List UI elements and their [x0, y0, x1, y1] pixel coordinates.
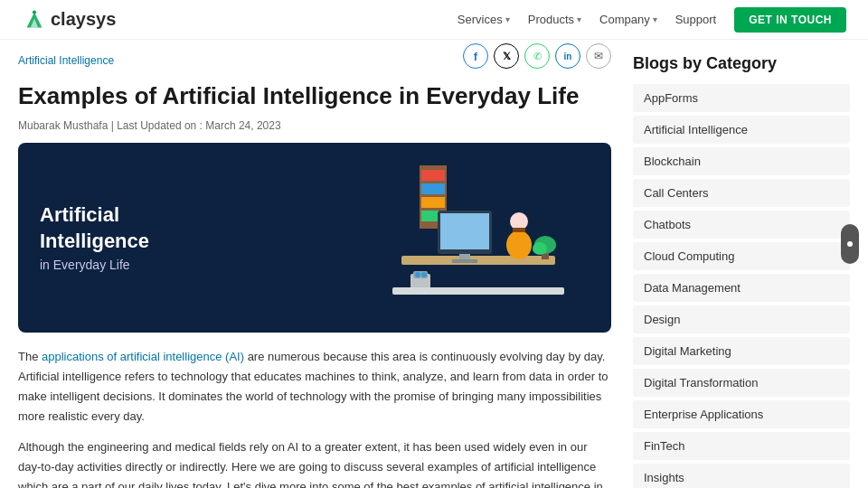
svg-point-22: [421, 272, 427, 277]
svg-rect-12: [452, 259, 477, 263]
category-item[interactable]: Insights: [633, 464, 850, 488]
hero-illustration: [336, 143, 611, 333]
category-item[interactable]: Enterprise Applications: [633, 400, 850, 428]
page-wrapper: Artificial Intelligence f 𝕏 ✆ in ✉ Examp…: [0, 40, 868, 488]
category-list: AppFormsArtificial IntelligenceBlockchai…: [633, 84, 850, 488]
hero-text: Artificial Intelligence in Everyday Life: [18, 184, 336, 290]
scroll-indicator[interactable]: [841, 224, 859, 264]
linkedin-share-button[interactable]: in: [555, 43, 580, 69]
chevron-down-icon: ▾: [505, 14, 510, 24]
get-in-touch-button[interactable]: GET IN TOUCH: [734, 7, 846, 33]
email-share-button[interactable]: ✉: [586, 43, 611, 69]
logo-icon: [22, 7, 47, 33]
chevron-down-icon: ▾: [577, 14, 581, 24]
category-item[interactable]: Data Management: [633, 274, 850, 302]
article-title: Examples of Artificial Intelligence in E…: [18, 81, 611, 112]
header: claysys Services ▾ Products ▾ Company ▾ …: [0, 0, 868, 40]
chevron-down-icon: ▾: [653, 14, 657, 24]
svg-point-18: [533, 242, 547, 255]
facebook-share-button[interactable]: f: [463, 43, 488, 69]
category-item[interactable]: Call Centers: [633, 179, 850, 207]
main-content: Artificial Intelligence f 𝕏 ✆ in ✉ Examp…: [18, 54, 611, 488]
category-item[interactable]: Chatbots: [633, 211, 850, 239]
sidebar: Blogs by Category AppFormsArtificial Int…: [633, 54, 850, 488]
logo-text: claysys: [51, 9, 116, 30]
svg-rect-10: [440, 213, 489, 249]
category-item[interactable]: Blockchain: [633, 147, 850, 175]
svg-rect-5: [421, 183, 445, 194]
logo[interactable]: claysys: [22, 7, 116, 33]
svg-rect-6: [421, 197, 445, 208]
svg-point-2: [33, 10, 36, 14]
category-item[interactable]: AppForms: [633, 84, 850, 112]
article-meta: Mubarak Musthafa | Last Updated on : Mar…: [18, 119, 611, 132]
desk-scene-svg: [365, 147, 582, 328]
svg-rect-23: [392, 287, 564, 295]
category-item[interactable]: Design: [633, 305, 850, 333]
svg-point-13: [506, 230, 532, 259]
nav-services[interactable]: Services ▾: [458, 13, 510, 26]
svg-rect-4: [421, 170, 445, 181]
sidebar-title: Blogs by Category: [633, 54, 850, 73]
twitter-share-button[interactable]: 𝕏: [494, 43, 519, 69]
hero-image: Artificial Intelligence in Everyday Life: [18, 143, 611, 333]
main-nav: Services ▾ Products ▾ Company ▾ Support …: [458, 7, 846, 33]
body-para-1: The applications of artificial intellige…: [18, 347, 611, 427]
nav-company[interactable]: Company ▾: [599, 13, 657, 26]
category-item[interactable]: Digital Transformation: [633, 369, 850, 397]
category-item[interactable]: FinTech: [633, 432, 850, 460]
category-item[interactable]: Artificial Intelligence: [633, 116, 850, 144]
nav-support[interactable]: Support: [675, 13, 717, 26]
category-item[interactable]: Digital Marketing: [633, 337, 850, 365]
nav-products[interactable]: Products ▾: [528, 13, 581, 26]
ai-link[interactable]: applications of artificial intelligence …: [42, 350, 244, 363]
body-para-2: Although the engineering and medical fie…: [18, 437, 611, 488]
svg-rect-15: [513, 228, 525, 232]
scroll-dot: [847, 241, 853, 247]
whatsapp-share-button[interactable]: ✆: [524, 43, 550, 69]
category-item[interactable]: Cloud Computing: [633, 242, 850, 270]
svg-rect-8: [401, 256, 555, 265]
article-body: The applications of artificial intellige…: [18, 347, 611, 488]
svg-point-21: [415, 272, 420, 277]
hero-heading: Artificial Intelligence: [40, 202, 315, 254]
